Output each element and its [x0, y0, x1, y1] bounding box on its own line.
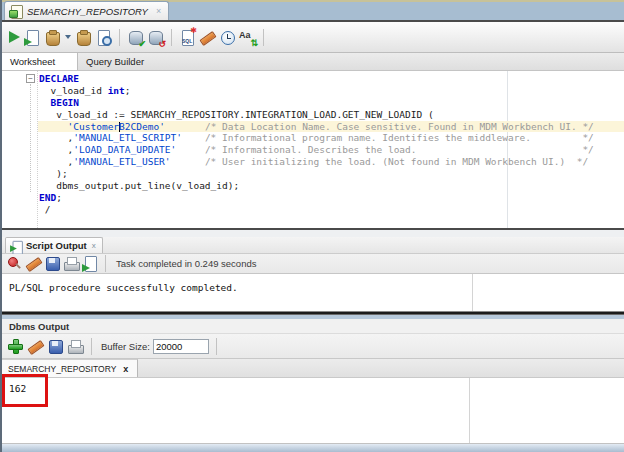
dbms-output-title: Dbms Output — [9, 321, 69, 332]
buffer-size-input[interactable] — [153, 339, 209, 354]
sql-label: SQL — [182, 38, 192, 44]
worksheet-toolbar: SQL — [2, 22, 624, 53]
window-bottom-edge — [2, 443, 624, 452]
editor-gutter: − — [2, 71, 38, 228]
dbms-output-tab-bar: SEMARCHY_REPOSITORY x — [2, 359, 624, 378]
sql-developer-window: SEMARCHY_REPOSITORY × SQL Worksheet Quer… — [0, 0, 624, 452]
editor-tab-bar: Worksheet Query Builder — [2, 53, 624, 71]
run-script-icon[interactable] — [82, 255, 99, 272]
code-editor[interactable]: − DECLARE v_load_id int; BEGIN v_load_id… — [2, 71, 624, 230]
tab-worksheet-label: Worksheet — [10, 56, 55, 67]
code-line[interactable]: v_load_id int; — [39, 85, 624, 97]
code-line[interactable]: ,'LOAD_DATA_UPDATE' /* Informational. De… — [39, 144, 624, 156]
code-line[interactable]: dbms_output.put_line(v_load_id); — [39, 180, 624, 192]
autotrace-icon[interactable] — [44, 29, 61, 46]
buffer-size-label: Buffer Size: — [101, 341, 150, 352]
code-line[interactable]: / — [39, 204, 624, 216]
tab-title: SEMARCHY_REPOSITORY — [27, 6, 148, 17]
code-line[interactable]: 'CustomerB2CDemo' /* Data Location Name.… — [2, 121, 624, 133]
script-output-tab-bar: Script Output x — [2, 237, 624, 254]
toolbar-separator — [171, 29, 172, 46]
document-tab-bar: SEMARCHY_REPOSITORY × — [2, 0, 624, 22]
code-line[interactable]: ); — [39, 168, 624, 180]
script-output-tab-label: Script Output — [26, 240, 87, 251]
worksheet-document-icon — [9, 5, 23, 18]
save-icon[interactable] — [44, 255, 61, 272]
script-output-close-icon[interactable]: x — [92, 241, 96, 250]
tab-semarchy-repository[interactable]: SEMARCHY_REPOSITORY × — [4, 1, 169, 20]
query-preview-icon[interactable] — [95, 29, 112, 46]
save-icon[interactable] — [47, 338, 64, 355]
script-output-content[interactable]: PL/SQL procedure successfully completed. — [2, 274, 624, 311]
script-output-icon — [10, 240, 22, 252]
case-toggle-icon[interactable] — [239, 29, 256, 46]
explain-plan-icon[interactable] — [75, 29, 92, 46]
code-line[interactable]: v_load_id := SEMARCHY_REPOSITORY.INTEGRA… — [39, 109, 624, 121]
autotrace-dropdown-icon[interactable] — [65, 35, 71, 39]
tab-query-builder-label: Query Builder — [86, 56, 144, 67]
script-output-text: PL/SQL procedure successfully completed. — [2, 274, 624, 293]
sql-history-clock-icon[interactable] — [219, 29, 236, 46]
print-icon[interactable] — [63, 255, 80, 272]
print-icon[interactable] — [67, 338, 84, 355]
toolbar-separator — [263, 29, 264, 46]
code-line[interactable]: END; — [39, 192, 624, 204]
commit-database-icon[interactable] — [127, 29, 144, 46]
splitter-controls[interactable]: ▲ ▼ — [2, 230, 624, 237]
clear-eraser-icon[interactable] — [199, 29, 216, 46]
script-output-toolbar: Task completed in 0.249 seconds — [2, 254, 624, 274]
code-line[interactable]: BEGIN — [39, 97, 624, 109]
tab-script-output[interactable]: Script Output x — [5, 237, 103, 253]
run-script-icon[interactable] — [24, 29, 41, 46]
task-status-text: Task completed in 0.249 seconds — [116, 258, 256, 269]
rollback-database-icon[interactable] — [147, 29, 164, 46]
dbms-output-content[interactable]: 162 — [2, 378, 624, 443]
dbms-tab-label: SEMARCHY_REPOSITORY — [8, 364, 116, 374]
column-divider — [469, 378, 470, 443]
toolbar-separator — [216, 338, 217, 355]
annotation-highlight-box — [2, 374, 48, 407]
tab-close-icon[interactable]: × — [156, 6, 161, 16]
code-lines: DECLARE v_load_id int; BEGIN v_load_id :… — [39, 73, 624, 216]
code-line[interactable]: ,'MANUAL_ETL_SCRIPT' /* Informational pr… — [39, 132, 624, 144]
code-line[interactable]: DECLARE — [39, 73, 624, 85]
toolbar-separator — [105, 255, 106, 272]
unshared-worksheet-icon[interactable]: SQL — [179, 29, 196, 46]
toolbar-separator — [91, 338, 92, 355]
toolbar-separator — [119, 29, 120, 46]
dbms-tab-close-icon[interactable]: x — [123, 364, 128, 374]
clear-eraser-icon[interactable] — [27, 338, 44, 355]
column-divider — [472, 274, 473, 311]
code-line[interactable]: ,'MANUAL_ETL_USER' /* User initializing … — [39, 156, 624, 168]
dbms-output-toolbar: Buffer Size: — [2, 334, 624, 359]
run-statement-icon[interactable] — [8, 29, 21, 46]
clear-eraser-icon[interactable] — [25, 255, 42, 272]
code-fold-collapse-icon[interactable]: − — [26, 74, 35, 83]
tab-query-builder[interactable]: Query Builder — [78, 53, 156, 70]
pushpin-icon[interactable] — [6, 255, 23, 272]
dbms-output-header: Dbms Output — [2, 319, 624, 334]
panel-splitter[interactable] — [2, 311, 624, 319]
add-icon[interactable] — [7, 338, 24, 355]
tab-worksheet[interactable]: Worksheet — [2, 53, 78, 70]
